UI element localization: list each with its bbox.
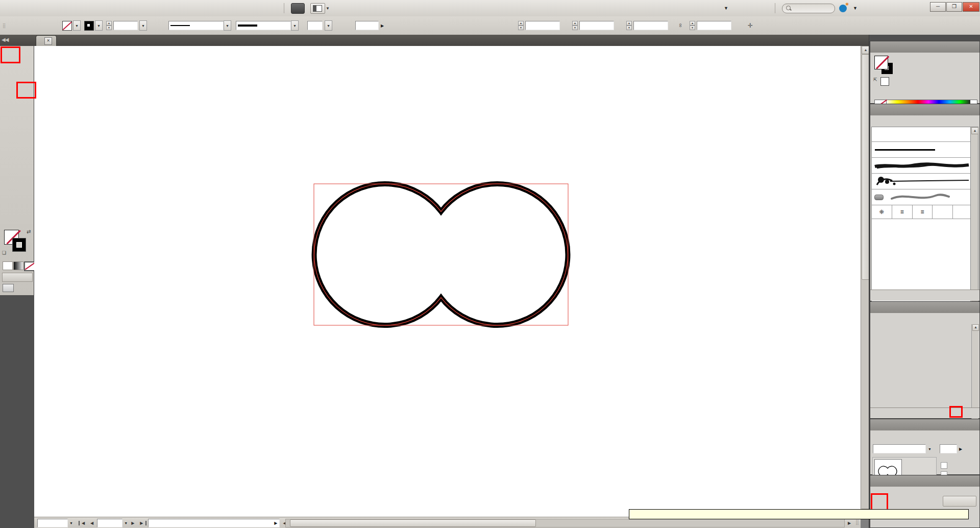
gradient-button[interactable] [13,261,23,270]
layer-list-scrollbar[interactable]: ▲ [971,324,978,419]
basic-brush-row[interactable] [872,142,973,158]
y-stepper[interactable]: ▲▼ [572,21,578,30]
style-dropdown-icon[interactable]: ▼ [325,20,332,31]
status-field[interactable]: ▶ [148,519,280,527]
zoom-level-field[interactable] [37,519,68,527]
calligraphic-brush-row[interactable] [872,127,973,142]
stroke-dropdown-icon[interactable]: ▼ [95,20,103,31]
blend-mode-dropdown-icon[interactable]: ▼ [928,447,932,451]
swap-colors-icon[interactable]: ⇱ [873,77,877,82]
united-circles-shape[interactable] [314,184,568,325]
fill-color-swatch[interactable] [874,56,888,69]
scroll-up-icon[interactable]: ▲ [971,127,978,134]
opacity-field[interactable] [355,21,379,30]
scale-strokes-icon[interactable]: ✛ [748,22,753,29]
maskieren-checkbox[interactable] [941,462,947,469]
artboard-number-field[interactable] [97,519,122,527]
default-fill-stroke-icon[interactable]: ❏ [2,250,6,255]
document-tab[interactable]: ✕ [36,35,57,46]
width-field[interactable] [633,21,668,30]
bristle-brush-row[interactable] [872,189,973,205]
layers-action-bar [870,407,979,418]
arrange-documents-button[interactable] [310,3,325,14]
stroke-weight-stepper[interactable]: ▲▼ [106,21,112,30]
tooltip [629,509,969,519]
y-field[interactable] [579,21,614,30]
opacity-popup-icon[interactable]: ▶ [959,447,962,451]
pathfinder-panel-tabs [870,475,979,487]
first-artboard-icon[interactable]: ◀ [79,521,87,525]
horizontal-scrollbar[interactable] [285,519,845,527]
screen-mode-button[interactable] [3,284,14,292]
horizontal-scroll-thumb[interactable] [290,519,536,527]
basic-brush-preview [875,149,935,151]
stroke-weight-field[interactable] [113,21,138,30]
mask-checkbox-row [941,462,949,469]
chevron-down-icon[interactable]: ▼ [326,6,330,11]
brush-list-scrollbar[interactable]: ▲ ▼ [970,127,978,302]
tools-panel: ⇄ ❏ [0,46,34,295]
fill-dropdown-icon[interactable]: ▼ [73,20,81,31]
restore-button[interactable]: ❐ [946,2,962,12]
color-panel: ⇱ [870,41,980,104]
next-artboard-icon[interactable]: ▶ [129,521,136,525]
collapse-panel-icon[interactable]: ◀◀ [2,37,8,42]
brush-definition-field[interactable] [236,21,291,30]
layers-panel: ▲ [870,301,980,419]
height-stepper[interactable]: ▲▼ [690,21,695,30]
canvas[interactable] [34,46,861,517]
stroke-color-swatch[interactable] [12,238,26,252]
divider [284,3,284,13]
width-stepper[interactable]: ▲▼ [626,21,632,30]
opacity-field[interactable] [940,444,957,453]
bridge-button[interactable] [291,3,305,14]
drawing-mode-buttons[interactable] [2,273,33,282]
transparency-panel-tabs [870,419,979,430]
brushes-panel-tabs [870,104,979,115]
brushes-panel: ❈ ≡ ≡ ▲ ▼ [870,104,980,301]
artboard-dropdown-icon[interactable]: ▼ [124,521,128,525]
zoom-dropdown-icon[interactable]: ▼ [69,521,73,525]
pattern-brush-row[interactable]: ❈ ≡ ≡ [872,205,973,219]
vertical-scrollbar[interactable]: ▲ ▼ [861,46,869,517]
right-dock: ⇱ [869,35,980,528]
workspace-switcher[interactable]: ▼ [719,0,728,16]
color-button[interactable] [3,261,13,270]
close-button[interactable]: ✕ [963,2,979,12]
search-input[interactable] [792,5,834,12]
x-field[interactable] [525,21,560,30]
brush-definition-dropdown-icon[interactable]: ▼ [291,20,299,31]
color-panel-tabs [870,41,979,53]
style-field[interactable] [307,21,323,30]
last-color-swatch[interactable] [880,77,889,86]
width-profile-dropdown-icon[interactable]: ▼ [224,20,231,31]
opacity-popup-icon[interactable]: ▶ [381,23,384,28]
blend-mode-field[interactable] [873,444,926,453]
minimize-button[interactable]: ─ [930,2,946,12]
none-button[interactable] [24,261,35,271]
cs-live-menu[interactable]: ▼ [839,0,857,16]
flourish-brush-row[interactable] [872,174,973,189]
search-box[interactable] [782,4,835,13]
x-stepper[interactable]: ▲▼ [518,21,524,30]
document-tab-bar: ◀◀ ✕ [0,35,980,46]
stroke-weight-dropdown-icon[interactable]: ▼ [139,20,147,31]
scroll-up-icon[interactable]: ▲ [972,324,979,331]
fill-swatch[interactable] [62,21,72,31]
previous-artboard-icon[interactable]: ◀ [88,521,95,525]
brush-list: ❈ ≡ ≡ [871,127,973,302]
drag-grip-icon[interactable]: ⣿ [3,23,5,28]
scroll-right-icon[interactable]: ▶ [846,521,853,525]
charcoal-brush-row[interactable] [872,158,973,174]
swap-fill-stroke-icon[interactable]: ⇄ [27,229,31,234]
width-profile-field[interactable] [168,21,224,30]
annotation-unite-button [871,493,888,511]
expand-button[interactable] [943,496,976,507]
resize-grip-icon[interactable]: ⣿ [855,519,860,525]
close-document-icon[interactable]: ✕ [44,37,52,45]
stroke-swatch[interactable] [84,21,94,31]
left-dock: ⇄ ❏ [0,46,34,528]
link-dimensions-icon[interactable]: ∞ [678,23,684,28]
height-field[interactable] [697,21,731,30]
last-artboard-icon[interactable]: ▶ [138,521,146,525]
